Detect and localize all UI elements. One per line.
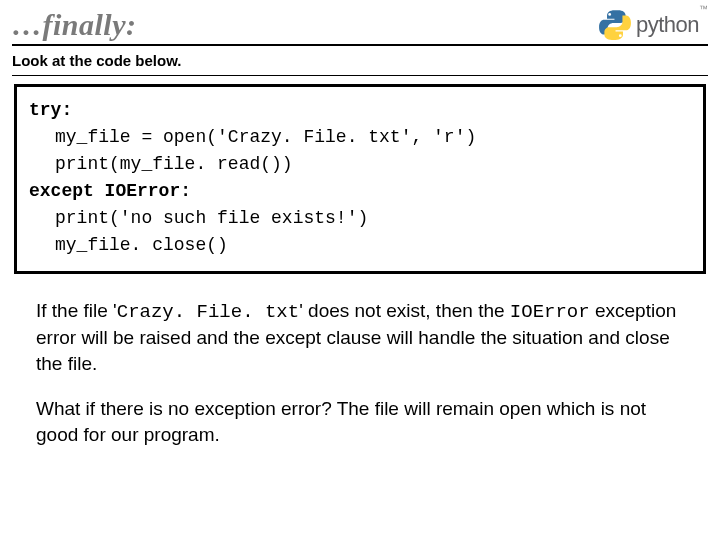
filename: Crazy. File. txt <box>117 301 299 323</box>
text-fragment: If the file ' <box>36 300 117 321</box>
exception-name: IOError <box>510 301 590 323</box>
explanation: If the file 'Crazy. File. txt' does not … <box>0 274 720 448</box>
slide-header: …finally: python™ <box>0 0 720 42</box>
code-line: print('no such file exists!') <box>29 205 691 232</box>
explain-paragraph-2: What if there is no exception error? The… <box>36 396 692 448</box>
svg-point-1 <box>619 34 622 37</box>
trademark: ™ <box>699 4 708 14</box>
python-logo: python™ <box>598 8 708 42</box>
code-line: try: <box>29 100 72 120</box>
slide-title: …finally: <box>12 8 137 42</box>
code-line: print(my_file. read()) <box>29 151 691 178</box>
explain-paragraph-1: If the file 'Crazy. File. txt' does not … <box>36 298 692 378</box>
code-line: my_file. close() <box>29 232 691 259</box>
title-rule <box>12 44 708 46</box>
python-icon <box>598 8 632 42</box>
svg-point-0 <box>608 13 611 16</box>
subtitle: Look at the code below. <box>0 50 720 75</box>
code-line: my_file = open('Crazy. File. txt', 'r') <box>29 124 691 151</box>
code-block: try: my_file = open('Crazy. File. txt', … <box>14 84 706 274</box>
text-fragment: ' does not exist, then the <box>299 300 510 321</box>
python-logo-text: python <box>636 12 699 37</box>
subtitle-rule <box>12 75 708 76</box>
code-line: except IOError: <box>29 181 191 201</box>
